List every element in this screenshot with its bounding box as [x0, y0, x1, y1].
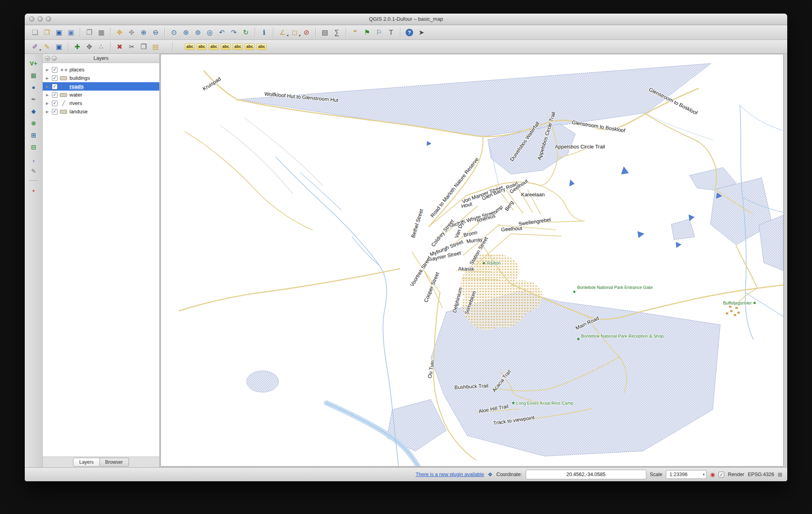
expand-arrow-icon[interactable]: ▶ — [46, 101, 50, 105]
zoom-last[interactable]: ↶ — [216, 27, 227, 38]
tab-layers[interactable]: Layers — [73, 458, 99, 467]
copy-features[interactable]: ❐ — [138, 42, 149, 52]
layer-checkbox[interactable]: ✓ — [52, 75, 57, 81]
layer-row-rivers[interactable]: ▶✓╱rivers — [43, 99, 159, 107]
move-feature[interactable]: ✥ — [84, 42, 95, 52]
layer-line-icon: ╱ — [60, 84, 67, 89]
expand-arrow-icon[interactable]: ▶ — [46, 93, 50, 97]
measure[interactable]: ∠▾ — [277, 27, 288, 38]
add-postgis-layer[interactable]: ● — [28, 82, 39, 92]
select-features[interactable]: ◻▾ — [289, 27, 300, 38]
field-calculator[interactable]: ∑ — [331, 27, 342, 38]
new-bookmark[interactable]: ⚑ — [362, 27, 372, 38]
crs-status-icon[interactable]: ⊞ — [778, 472, 782, 477]
epsg-label[interactable]: EPSG:4326 — [748, 472, 774, 477]
save-layer-edits[interactable]: ▣ — [53, 42, 64, 52]
add-feature[interactable]: ✚ — [72, 42, 83, 52]
new-print-composer[interactable]: ❐ — [84, 27, 95, 38]
composer-manager[interactable]: ▦ — [96, 27, 107, 38]
paste-features[interactable]: ▤ — [150, 42, 161, 52]
remove-layer-group[interactable]: ▪ — [28, 185, 39, 196]
layer-row-water[interactable]: ▶✓water — [43, 91, 159, 99]
expand-arrow-icon[interactable]: ▶ — [46, 110, 50, 114]
expand-arrow-icon[interactable]: ▶ — [46, 85, 50, 89]
layer-checkbox[interactable]: ✓ — [52, 101, 57, 106]
expand-arrow-icon[interactable]: ▶ — [46, 76, 50, 80]
add-mssql-layer[interactable]: ◆ — [28, 106, 39, 116]
expand-arrow-icon[interactable]: ▶ — [46, 68, 50, 72]
dropdown-arrow-icon[interactable]: ▾ — [39, 48, 41, 52]
add-raster-layer[interactable]: ▦ — [28, 70, 39, 80]
delete-selected[interactable]: ✖ — [114, 42, 125, 52]
zoom-full[interactable]: ⊛ — [180, 27, 191, 38]
save-project-glyph: ▣ — [55, 29, 62, 36]
highlight-pinned-labels[interactable]: abc — [208, 42, 219, 52]
toolbar-separator — [80, 28, 80, 37]
zoom-native[interactable]: ⊙ — [168, 27, 179, 38]
layer-row-places[interactable]: ▶✓∗∗places — [43, 65, 159, 74]
deselect-features[interactable]: ⊘ — [301, 27, 312, 38]
change-label-properties[interactable]: abc — [256, 42, 267, 52]
add-wfs-layer[interactable]: ⊟ — [28, 142, 39, 152]
pan-to-selection[interactable]: ✤ — [126, 27, 137, 38]
layer-row-roads[interactable]: ▶✓╱roads — [43, 82, 159, 91]
zoom-to-layer[interactable]: ◎ — [204, 27, 215, 38]
save-project-as[interactable]: ▣ — [65, 27, 76, 38]
zoom-out[interactable]: ⊖ — [150, 27, 161, 38]
identify-features[interactable]: ℹ — [259, 27, 269, 38]
cut-features[interactable]: ✂ — [126, 42, 137, 52]
pan-map-glyph: ✥ — [117, 29, 122, 36]
layer-row-buildings[interactable]: ▶✓buildings — [43, 74, 159, 82]
dropdown-arrow-icon[interactable]: ▾ — [299, 34, 301, 38]
new-plugin-link[interactable]: There is a new plugin available — [416, 472, 484, 477]
render-checkbox[interactable]: ✓ — [719, 472, 724, 477]
plugin-icon[interactable]: ❖ — [488, 472, 493, 477]
zoom-in[interactable]: ⊕ — [138, 27, 149, 38]
refresh-map[interactable]: ↻ — [240, 27, 251, 38]
stop-rendering-icon[interactable]: ◉ — [710, 472, 715, 477]
add-spatialite-layer[interactable]: ✒ — [28, 94, 39, 104]
panel-float-icon[interactable]: ◻ — [52, 56, 57, 61]
add-wms-layer[interactable]: ⊕ — [28, 118, 39, 128]
layer-checkbox[interactable]: ✓ — [52, 67, 57, 73]
move-label[interactable]: abc — [232, 42, 243, 52]
help-contents[interactable]: ? — [404, 27, 415, 38]
toggle-editing[interactable]: ✎ — [42, 42, 52, 52]
map-canvas[interactable]: KruispadWolfkloof Hut to Glenstroom HutG… — [160, 54, 784, 467]
layer-checkbox[interactable]: ✓ — [52, 109, 57, 115]
combo-arrow-icon[interactable]: ▾ — [703, 472, 705, 476]
tab-browser[interactable]: Browser — [100, 458, 129, 467]
text-annotation[interactable]: T — [386, 27, 396, 38]
zoom-to-selection[interactable]: ⊚ — [192, 27, 203, 38]
layer-labeling-options[interactable]: abc — [184, 42, 195, 52]
show-hide-labels[interactable]: abc — [220, 42, 231, 52]
whats-this-glyph: ➤ — [418, 29, 424, 36]
add-vector-layer[interactable]: V+ — [28, 58, 39, 68]
save-layer-edits-glyph: ▣ — [55, 43, 62, 50]
save-project[interactable]: ▣ — [53, 27, 64, 38]
current-edits[interactable]: ✐▾ — [30, 42, 40, 52]
layer-row-landuse[interactable]: ▶✓landuse — [43, 107, 159, 116]
scale-combo[interactable]: 1:23396 ▾ — [666, 470, 707, 479]
rotate-label[interactable]: abc — [244, 42, 255, 52]
map-tips[interactable]: ❝ — [350, 27, 360, 38]
pin-unpin-labels[interactable]: abc — [196, 42, 207, 52]
new-project[interactable]: ❏ — [30, 27, 40, 38]
add-wcs-layer[interactable]: ⊞ — [28, 130, 39, 140]
layer-checkbox[interactable]: ✓ — [52, 92, 57, 98]
open-attribute-table[interactable]: ▤ — [319, 27, 330, 38]
street-label: Glenstroom to Boskloof — [572, 119, 626, 134]
whats-this[interactable]: ➤ — [416, 27, 427, 38]
layer-checkbox[interactable]: ✓ — [52, 84, 57, 89]
coordinate-input[interactable] — [526, 470, 646, 479]
pan-map[interactable]: ✥ — [114, 27, 125, 38]
new-shapefile-layer[interactable]: ✎ — [28, 166, 39, 176]
open-project[interactable]: ❒ — [42, 27, 52, 38]
zoom-next[interactable]: ↷ — [228, 27, 239, 38]
dropdown-arrow-icon[interactable]: ▾ — [287, 34, 289, 38]
show-bookmarks[interactable]: ⚐ — [374, 27, 384, 38]
add-delimited-text-layer[interactable]: , — [28, 154, 39, 164]
node-tool[interactable]: ∴ — [96, 42, 107, 52]
layer-label: roads — [69, 83, 83, 89]
panel-close-icon[interactable]: ✕ — [45, 56, 50, 61]
